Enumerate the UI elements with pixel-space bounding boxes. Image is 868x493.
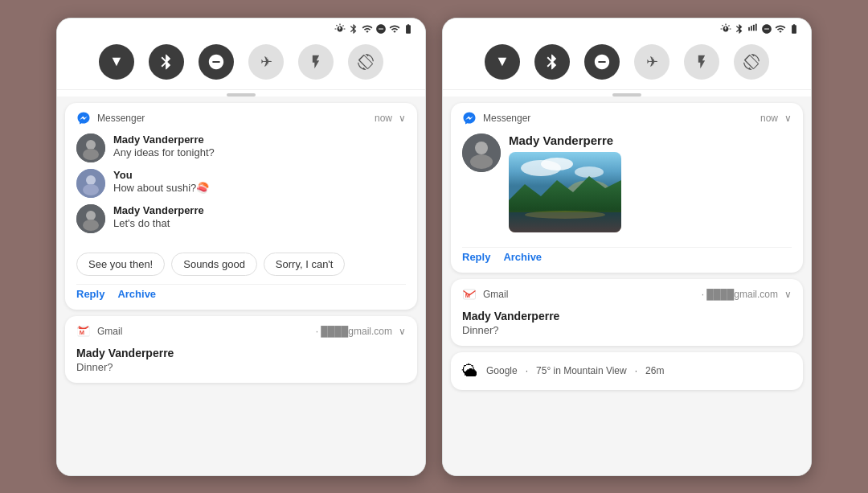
messenger-image: [509, 152, 621, 232]
messenger-reply-left[interactable]: Reply: [76, 288, 104, 300]
message-row-2: You How about sushi?🍣: [76, 169, 406, 198]
qs-rotate-left[interactable]: [348, 44, 383, 80]
message-text-2: How about sushi?🍣: [113, 182, 209, 194]
right-panel: ▼ ✈ Messenger now ∨: [442, 18, 812, 476]
avatar-mady-2: [76, 204, 105, 233]
messenger-app-icon-right: [462, 111, 477, 125]
svg-point-2: [83, 149, 99, 160]
quick-reply-see-you[interactable]: See you then!: [76, 253, 165, 276]
svg-point-20: [541, 158, 573, 170]
qs-dnd-right[interactable]: [584, 44, 620, 80]
qs-flashlight-left[interactable]: [298, 44, 334, 80]
message-content-3: Mady Vanderperre Let's do that: [113, 204, 204, 229]
messenger-header-right: Messenger now ∨: [451, 103, 803, 130]
messenger-notification-right: Messenger now ∨ Mady Vanderperre: [451, 103, 803, 273]
messenger-app-name-right: Messenger: [483, 113, 754, 124]
svg-point-5: [83, 184, 99, 195]
weather-icon: 🌥: [462, 362, 478, 380]
qs-airplane-left[interactable]: ✈: [248, 44, 284, 80]
gmail-body-right: Mady Vanderperre Dinner?: [451, 306, 803, 346]
message-row-3: Mady Vanderperre Let's do that: [76, 204, 406, 233]
qs-airplane-right[interactable]: ✈: [634, 44, 669, 80]
avatar-you: [76, 169, 105, 198]
svg-point-25: [525, 211, 605, 219]
notifications-area-left: Messenger now ∨ Mady Vanderperre Any ide…: [57, 97, 425, 475]
gmail-notification-right: M Gmail · ████gmail.com ∨ Mady Vanderper…: [451, 279, 803, 346]
quick-replies-left: See you then! Sounds good Sorry, I can't: [65, 248, 417, 284]
svg-point-16: [475, 142, 488, 154]
quick-reply-sounds-good[interactable]: Sounds good: [171, 253, 257, 276]
gmail-account-left: · ████gmail.com: [316, 326, 392, 337]
gmail-chevron-right[interactable]: ∨: [784, 289, 792, 300]
sender-name-2: You: [113, 169, 209, 181]
qs-wifi-left[interactable]: ▼: [99, 44, 134, 80]
gmail-subject-right: Dinner?: [462, 324, 792, 336]
message-row-1: Mady Vanderperre Any ideas for tonight?: [76, 134, 406, 162]
svg-point-8: [83, 220, 99, 231]
messenger-time-right: now: [760, 113, 778, 124]
qs-flashlight-right[interactable]: [684, 44, 719, 80]
messenger-header-left: Messenger now ∨: [65, 103, 417, 130]
notifications-area-right: Messenger now ∨ Mady Vanderperre: [443, 97, 811, 475]
google-separator: ·: [526, 365, 528, 376]
svg-text:M: M: [465, 291, 470, 298]
messenger-actions-right: Reply Archive: [451, 248, 803, 273]
qs-wifi-right[interactable]: ▼: [485, 44, 520, 80]
message-content-expanded: Mady Vanderperre: [509, 134, 621, 232]
google-weather: 75° in Mountain View: [536, 365, 627, 376]
status-icons-left: [334, 23, 414, 35]
messenger-archive-right[interactable]: Archive: [503, 251, 542, 263]
svg-rect-13: [753, 24, 755, 31]
avatar-mady-1: [76, 134, 105, 162]
svg-text:M: M: [80, 328, 84, 335]
gmail-subject-left: Dinner?: [76, 361, 406, 373]
messenger-chevron-left[interactable]: ∨: [399, 113, 406, 124]
gmail-app-name-right: Gmail: [483, 289, 695, 300]
message-content-2: You How about sushi?🍣: [113, 169, 209, 194]
messenger-archive-left[interactable]: Archive: [117, 288, 156, 300]
gmail-header-right: M Gmail · ████gmail.com ∨: [451, 279, 803, 306]
messenger-chevron-right[interactable]: ∨: [784, 113, 792, 124]
google-notif-body: 🌥 Google · 75° in Mountain View · 26m: [451, 352, 803, 390]
gmail-sender-right: Mady Vanderperre: [462, 310, 792, 323]
quick-reply-sorry[interactable]: Sorry, I can't: [264, 253, 346, 276]
gmail-body-left: Mady Vanderperre Dinner?: [65, 343, 417, 383]
status-bar-left: [57, 18, 425, 38]
google-time: ·: [635, 365, 637, 376]
quick-settings-left: ▼ ✈: [57, 38, 425, 90]
svg-point-17: [470, 154, 493, 169]
message-text-1: Any ideas for tonight?: [113, 146, 215, 158]
gmail-chevron-left[interactable]: ∨: [399, 326, 406, 337]
svg-point-1: [86, 140, 96, 150]
gmail-notification-left: M Gmail · ████gmail.com ∨ Mady Vanderper…: [65, 316, 417, 383]
messenger-body-left: Mady Vanderperre Any ideas for tonight? …: [65, 130, 417, 248]
messenger-app-name-left: Messenger: [97, 113, 368, 124]
gmail-account-right: · ████gmail.com: [702, 289, 778, 300]
left-panel: ▼ ✈ Messenger now ∨: [56, 18, 426, 476]
google-notification-right: 🌥 Google · 75° in Mountain View · 26m: [451, 352, 803, 390]
messenger-actions-left: Reply Archive: [65, 285, 417, 310]
messenger-reply-right[interactable]: Reply: [462, 251, 490, 263]
sender-expanded: Mady Vanderperre: [509, 134, 621, 147]
qs-rotate-right[interactable]: [734, 44, 769, 80]
sender-name-3: Mady Vanderperre: [113, 204, 204, 216]
google-time-val: 26m: [645, 365, 664, 376]
gmail-header-left: M Gmail · ████gmail.com ∨: [65, 316, 417, 343]
svg-rect-11: [748, 27, 750, 31]
gmail-app-name-left: Gmail: [97, 326, 309, 337]
sender-name-1: Mady Vanderperre: [113, 134, 215, 146]
qs-dnd-left[interactable]: [199, 44, 234, 80]
status-icons-right: [720, 23, 800, 35]
message-row-expanded: Mady Vanderperre: [462, 134, 792, 232]
svg-rect-14: [755, 23, 757, 31]
qs-bluetooth-right[interactable]: [534, 44, 570, 80]
google-app-label: Google: [486, 365, 518, 376]
svg-point-21: [575, 166, 604, 178]
messenger-time-left: now: [375, 113, 392, 124]
messenger-expanded-body: Mady Vanderperre: [451, 130, 803, 247]
messenger-app-icon: [76, 111, 91, 125]
status-bar-right: [443, 18, 811, 38]
messenger-notification-left: Messenger now ∨ Mady Vanderperre Any ide…: [65, 103, 417, 310]
svg-rect-12: [751, 25, 752, 30]
qs-bluetooth-left[interactable]: [149, 44, 184, 80]
